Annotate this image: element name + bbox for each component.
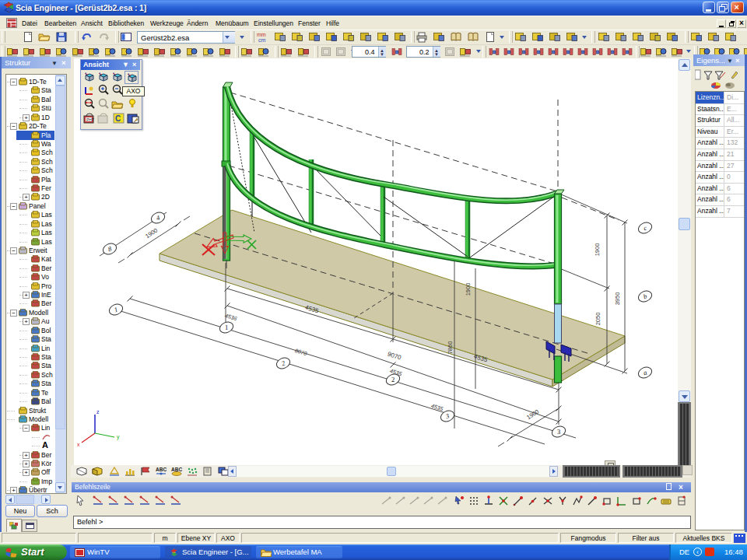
svg-text:2050: 2050 (594, 313, 601, 326)
svg-text:PHT: PHT (86, 117, 94, 122)
svg-text:1900: 1900 (594, 243, 601, 257)
svg-text:cm: cm (258, 37, 266, 43)
svg-text:ABC: ABC (156, 467, 167, 472)
svg-text:z: z (96, 409, 100, 415)
svg-text:2: 2 (391, 376, 395, 383)
svg-text:3950: 3950 (614, 292, 621, 306)
svg-text:x: x (77, 442, 80, 447)
svg-text:mm: mm (257, 32, 266, 37)
svg-text:1: 1 (225, 324, 228, 331)
svg-text:1900: 1900 (465, 283, 472, 296)
svg-text:7860: 7860 (447, 341, 454, 355)
svg-text:C: C (115, 114, 121, 123)
svg-text:3: 3 (557, 428, 560, 436)
svg-text:ABC: ABC (171, 467, 182, 472)
svg-text:y: y (117, 434, 120, 440)
